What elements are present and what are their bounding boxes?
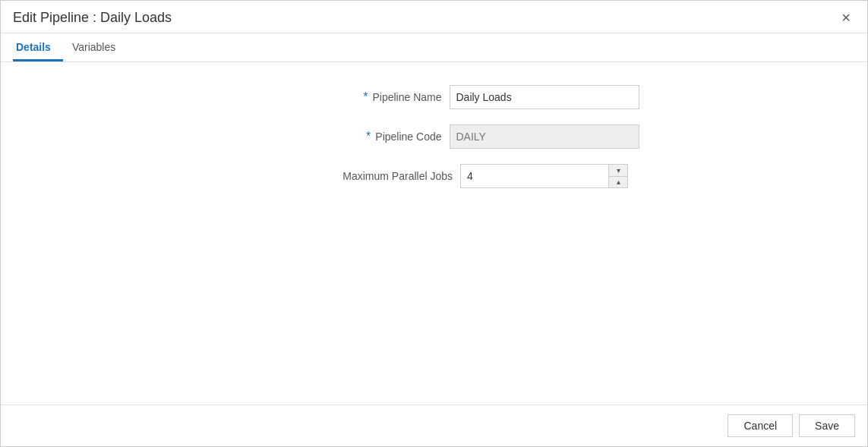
dialog-title: Edit Pipeline : Daily Loads (13, 10, 172, 26)
pipeline-code-input (450, 124, 639, 149)
max-parallel-jobs-label: Maximum Parallel Jobs (240, 170, 453, 182)
max-parallel-jobs-input[interactable] (460, 164, 608, 188)
spinner-down-button[interactable]: ▾ (609, 165, 627, 177)
pipeline-name-input[interactable] (450, 85, 639, 109)
dialog-body: * Pipeline Name * Pipeline Code Maximum … (1, 62, 867, 405)
tab-details[interactable]: Details (13, 33, 63, 61)
required-star-code: * (366, 130, 371, 143)
pipeline-code-group: * Pipeline Code (13, 124, 855, 149)
max-parallel-jobs-group: Maximum Parallel Jobs ▾ ▴ (13, 164, 855, 188)
spinner-wrapper: ▾ ▴ (460, 164, 628, 188)
tab-bar: Details Variables (1, 33, 867, 62)
pipeline-code-label: * Pipeline Code (229, 130, 442, 143)
spinner-up-button[interactable]: ▴ (609, 177, 627, 188)
edit-pipeline-dialog: Edit Pipeline : Daily Loads × Details Va… (0, 0, 868, 447)
cancel-button[interactable]: Cancel (728, 414, 793, 437)
save-button[interactable]: Save (799, 414, 855, 437)
pipeline-name-group: * Pipeline Name (13, 85, 855, 109)
close-button[interactable]: × (837, 8, 855, 27)
spinner-buttons: ▾ ▴ (608, 164, 628, 188)
tab-variables[interactable]: Variables (69, 33, 128, 61)
dialog-header: Edit Pipeline : Daily Loads × (1, 1, 867, 33)
pipeline-name-label: * Pipeline Name (229, 90, 442, 104)
required-star-name: * (363, 90, 368, 104)
dialog-footer: Cancel Save (1, 405, 867, 446)
